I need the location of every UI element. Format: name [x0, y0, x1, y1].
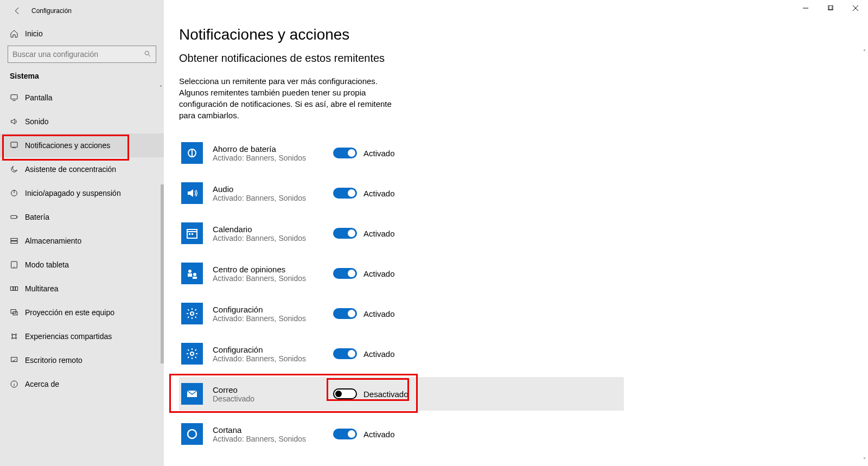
sidebar-item-label: Acerca de: [25, 380, 59, 388]
content-scroll-down-icon[interactable]: ˅: [863, 457, 866, 463]
sender-name: Ahorro de batería: [213, 144, 332, 154]
minimize-button[interactable]: [793, 0, 818, 16]
sidebar-item-multitask[interactable]: Multitarea: [0, 277, 164, 301]
sidebar-item-power[interactable]: Inicio/apagado y suspensión: [0, 181, 164, 205]
toggle-label: Activado: [363, 430, 395, 439]
window-controls: [793, 0, 868, 16]
sender-row[interactable]: Centro de opinionesActivado: Banners, So…: [179, 257, 624, 290]
toggle-switch[interactable]: [333, 228, 357, 239]
toggle-wrap: Activado: [333, 308, 395, 319]
sidebar-item-label: Escritorio remoto: [25, 356, 82, 365]
sidebar-item-battery[interactable]: Batería: [0, 205, 164, 229]
toggle-label: Activado: [363, 349, 395, 359]
sidebar: Configuración Inicio Sistema ˄ PantallaS…: [0, 0, 164, 466]
sender-row[interactable]: Ahorro de bateríaActivado: Banners, Soni…: [179, 136, 624, 170]
sidebar-item-project[interactable]: Proyección en este equipo: [0, 301, 164, 324]
about-icon: [10, 380, 25, 388]
svg-rect-13: [10, 287, 13, 291]
search-box[interactable]: [8, 46, 156, 63]
sidebar-item-tablet[interactable]: Modo tableta: [0, 253, 164, 277]
sidebar-header: Configuración: [0, 0, 164, 22]
svg-point-20: [11, 337, 13, 339]
sidebar-nav: ˄ PantallaSonidoNotificaciones y accione…: [0, 86, 164, 466]
content-scroll-up-icon[interactable]: ˄: [863, 49, 866, 55]
section-title: Obtener notificaciones de estos remitent…: [179, 52, 868, 65]
sender-subtext: Activado: Banners, Sonidos: [213, 314, 332, 323]
notify-icon: [10, 141, 25, 150]
sender-text: ConfiguraciónActivado: Banners, Sonidos: [213, 305, 332, 323]
svg-rect-38: [188, 273, 192, 277]
sender-row[interactable]: ConfiguraciónActivado: Banners, SonidosA…: [179, 297, 624, 330]
moon-icon: [10, 165, 25, 174]
section-description: Selecciona un remitente para ver más con…: [179, 75, 396, 121]
feedback-app-icon: [181, 263, 203, 284]
power-icon: [10, 189, 25, 197]
sidebar-item-label: Pantalla: [25, 93, 53, 102]
sender-row[interactable]: CortanaActivado: Banners, SonidosActivad…: [179, 417, 624, 451]
svg-point-18: [11, 334, 13, 335]
toggle-switch[interactable]: [333, 188, 357, 199]
main-content: ˄ ˅ Notificaciones y acciones Obtener no…: [164, 0, 868, 466]
settings-app-icon: [181, 343, 203, 365]
svg-point-44: [188, 430, 196, 438]
svg-rect-10: [11, 241, 17, 244]
sidebar-item-notify[interactable]: Notificaciones y acciones: [0, 133, 164, 157]
toggle-switch[interactable]: [333, 308, 357, 319]
sidebar-home[interactable]: Inicio: [0, 22, 164, 46]
toggle-switch[interactable]: [333, 388, 357, 399]
sidebar-item-label: Sonido: [25, 117, 49, 126]
sidebar-item-label: Inicio/apagado y suspensión: [25, 189, 121, 197]
sender-row[interactable]: ConfiguraciónActivado: Banners, SonidosA…: [179, 337, 624, 371]
page-title: Notificaciones y acciones: [179, 26, 868, 43]
sidebar-item-remote[interactable]: Escritorio remoto: [0, 348, 164, 372]
sender-name: Cortana: [213, 425, 332, 435]
svg-point-37: [188, 270, 192, 273]
toggle-switch[interactable]: [333, 148, 357, 158]
multitask-icon: [10, 284, 25, 293]
tablet-icon: [10, 260, 25, 269]
display-icon: [10, 93, 25, 102]
sidebar-item-label: Asistente de concentración: [25, 165, 116, 174]
svg-point-39: [193, 273, 196, 276]
sidebar-item-display[interactable]: Pantalla: [0, 86, 164, 110]
toggle-label: Activado: [363, 309, 395, 318]
svg-rect-36: [192, 233, 193, 235]
toggle-switch[interactable]: [333, 348, 357, 359]
sender-row[interactable]: CorreoDesactivadoDesactivado: [179, 377, 624, 411]
scroll-up-icon[interactable]: ˄: [157, 85, 164, 91]
toggle-wrap: Desactivado: [333, 388, 409, 399]
toggle-label: Desactivado: [363, 390, 409, 399]
search-input[interactable]: [12, 50, 144, 59]
toggle-wrap: Activado: [333, 188, 395, 199]
svg-rect-15: [16, 287, 18, 291]
audio-app-icon: [181, 182, 203, 204]
toggle-switch[interactable]: [333, 268, 357, 279]
svg-point-19: [15, 334, 17, 335]
svg-rect-9: [11, 238, 17, 240]
sidebar-item-moon[interactable]: Asistente de concentración: [0, 157, 164, 181]
sender-text: CorreoDesactivado: [213, 385, 332, 403]
svg-rect-40: [193, 277, 197, 279]
sender-name: Correo: [213, 385, 332, 394]
sidebar-item-about[interactable]: Acerca de: [0, 372, 164, 396]
svg-point-21: [15, 337, 17, 339]
maximize-button[interactable]: [818, 0, 843, 16]
sender-name: Audio: [213, 184, 332, 194]
sidebar-item-label: Proyección en este equipo: [25, 308, 114, 317]
sidebar-item-storage[interactable]: Almacenamiento: [0, 229, 164, 253]
sender-name: Calendario: [213, 225, 332, 234]
toggle-wrap: Activado: [333, 228, 395, 239]
arrow-left-icon: [12, 6, 22, 16]
battery-icon: [10, 213, 25, 221]
sound-icon: [10, 117, 25, 126]
sidebar-item-share[interactable]: Experiencias compartidas: [0, 324, 164, 348]
svg-rect-28: [829, 5, 833, 10]
sidebar-item-sound[interactable]: Sonido: [0, 110, 164, 133]
sender-text: Centro de opinionesActivado: Banners, So…: [213, 265, 332, 283]
sender-list: Ahorro de bateríaActivado: Banners, Soni…: [179, 136, 868, 451]
back-button[interactable]: [7, 0, 28, 22]
close-button[interactable]: [843, 0, 868, 16]
sender-row[interactable]: AudioActivado: Banners, SonidosActivado: [179, 176, 624, 210]
sender-row[interactable]: CalendarioActivado: Banners, SonidosActi…: [179, 216, 624, 250]
toggle-switch[interactable]: [333, 429, 357, 439]
